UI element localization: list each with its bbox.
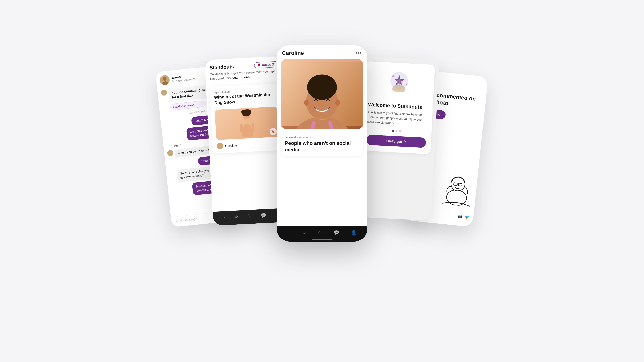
carousel-dots <box>367 128 426 133</box>
profile-name: Caroline <box>225 143 237 148</box>
standouts-title: Standouts <box>209 63 234 70</box>
nav-chat-icon[interactable]: 💬 <box>334 230 339 235</box>
svg-point-25 <box>446 189 467 206</box>
svg-rect-28 <box>458 183 462 186</box>
twitter-icon[interactable]: 🐦 <box>464 214 469 219</box>
profile-card: Caroline ••• <box>277 45 367 242</box>
standouts-header: Standouts 🌹 Roses (1) Outstanding Prompt… <box>205 56 284 84</box>
nav-home-icon[interactable]: ⌂ <box>288 230 290 235</box>
notification-illustration <box>440 166 476 202</box>
roses-badge[interactable]: 🌹 Roses (1) <box>254 61 278 68</box>
svg-point-12 <box>320 78 334 90</box>
welcome-illustration <box>383 68 415 100</box>
main-scene: David Incoming video call 📵 📹 both do so… <box>158 43 486 319</box>
message-text: Hmm <box>174 143 181 147</box>
nav-chat-icon[interactable]: 💬 <box>261 212 266 218</box>
profile-main-photo <box>281 59 363 129</box>
svg-point-26 <box>450 176 466 192</box>
dot-3 <box>399 130 401 132</box>
prompt-label: I'm weirdly attracted to <box>285 136 359 139</box>
nav-heart-icon[interactable]: ♡ <box>318 230 322 235</box>
profile-photo: 🔖 <box>215 106 279 140</box>
svg-rect-27 <box>454 183 457 185</box>
profile-prompt-card: I'm weirdly attracted to People who aren… <box>281 132 363 156</box>
avatar <box>216 143 223 149</box>
svg-rect-4 <box>240 124 243 132</box>
nav-star-icon[interactable]: ☆ <box>302 230 306 235</box>
profile-name-row: Caroline <box>216 140 279 149</box>
home-indicator <box>312 239 332 240</box>
welcome-card-inner: Welcome to Standouts This is where you'l… <box>360 61 435 154</box>
roses-count: Roses (1) <box>262 62 276 67</box>
prompt-answer: Winners of the Westminster Dog Show <box>214 91 277 106</box>
nav-star-icon[interactable]: ☆ <box>234 214 238 220</box>
svg-point-16 <box>328 105 335 108</box>
nav-heart-icon[interactable]: ♡ <box>248 213 252 219</box>
profile-bottom-nav: ⌂ ☆ ♡ 💬 👤 <box>277 226 367 242</box>
svg-point-14 <box>335 100 340 106</box>
rose-icon: 🌹 <box>257 63 261 67</box>
photo-figure <box>215 106 279 140</box>
dot-1 <box>392 130 394 132</box>
chat-user-info: David Incoming video call <box>172 73 196 83</box>
liked-text: Liked your answer <box>170 100 206 110</box>
avatar <box>167 150 173 156</box>
avatar <box>159 75 170 85</box>
profile-name: Caroline <box>282 50 304 56</box>
okay-got-it-button[interactable]: Okay got it <box>366 134 426 148</box>
svg-point-13 <box>304 100 309 106</box>
avatar <box>160 89 167 96</box>
dot-2 <box>395 130 397 132</box>
svg-rect-5 <box>251 123 254 132</box>
welcome-description: This is where you'll find a bonus batch … <box>367 110 428 127</box>
nav-profile-icon[interactable]: 👤 <box>351 230 356 235</box>
standouts-description: Outstanding Prompts from people most you… <box>210 69 279 81</box>
standout-profile-card: I geek out on Winners of the Westminster… <box>210 83 284 154</box>
welcome-title: Welcome to Standouts <box>368 101 428 110</box>
profile-top-bar: Caroline ••• <box>277 45 367 59</box>
nav-home-icon[interactable]: ⌂ <box>222 215 225 220</box>
social-icons: 📷 🐦 <box>458 214 469 219</box>
svg-point-15 <box>310 105 316 108</box>
prompt-answer: People who aren't on social media. <box>285 140 359 153</box>
more-options-button[interactable]: ••• <box>355 50 362 56</box>
instagram-icon[interactable]: 📷 <box>458 214 462 218</box>
